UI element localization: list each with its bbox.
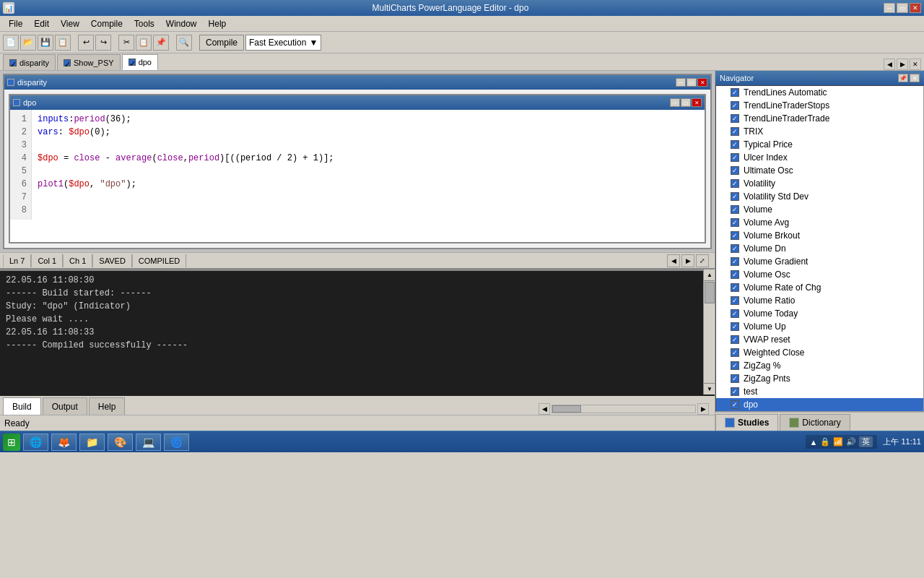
taskbar-app[interactable]: 🌀 — [164, 434, 189, 451]
output-scroll-down[interactable]: ▼ — [704, 383, 715, 394]
dpo-window-icon — [13, 99, 20, 106]
navigator-list[interactable]: ✓ TrendLines Automatic ✓ TrendLineTrader… — [715, 85, 924, 412]
bottom-status-bar: Ready — [0, 415, 715, 431]
menu-file[interactable]: File — [3, 17, 28, 30]
bottom-tab-nav: ◀ ▶ — [126, 403, 712, 415]
nav-item-dpo[interactable]: ✓ dpo — [716, 398, 923, 411]
nav-item-volume-brkout[interactable]: ✓ Volume Brkout — [716, 229, 923, 242]
tab-output[interactable]: Output — [43, 397, 87, 415]
copy-button[interactable]: 📋 — [136, 35, 152, 51]
menu-help[interactable]: Help — [203, 17, 232, 30]
redo-button[interactable]: ↪ — [95, 35, 111, 51]
bottom-nav-right[interactable]: ▶ — [697, 403, 709, 415]
nav-item-zigzag-pnts[interactable]: ✓ ZigZag Pnts — [716, 372, 923, 385]
nav-item-volume[interactable]: ✓ Volume — [716, 203, 923, 216]
nav-item-volume-osc[interactable]: ✓ Volume Osc — [716, 268, 923, 281]
compile-button[interactable]: Compile — [199, 35, 244, 51]
new-button[interactable]: 📄 — [3, 35, 19, 51]
nav-item-volume-up[interactable]: ✓ Volume Up — [716, 320, 923, 333]
nav-item-volume-rate-of-chg[interactable]: ✓ Volume Rate of Chg — [716, 281, 923, 294]
nav-tab-studies[interactable]: Studies — [715, 414, 778, 431]
taskbar-paint[interactable]: 🎨 — [108, 434, 133, 451]
output-scroll-up[interactable]: ▲ — [704, 269, 715, 281]
nav-item-volume-gradient[interactable]: ✓ Volume Gradient — [716, 255, 923, 268]
nav-item-trendlines-auto[interactable]: ✓ TrendLines Automatic — [716, 86, 923, 99]
execution-mode-dropdown[interactable]: Fast Execution ▼ — [245, 35, 321, 51]
menu-edit[interactable]: Edit — [28, 17, 55, 30]
navigator-close[interactable]: ✕ — [910, 74, 920, 82]
status-col: Col 1 — [31, 254, 63, 267]
nav-item-zigzag-percent[interactable]: ✓ ZigZag % — [716, 359, 923, 372]
tab-build[interactable]: Build — [3, 397, 41, 415]
tray-arrow[interactable]: ▲ — [810, 438, 818, 447]
tab-disparity[interactable]: ✓ disparity — [3, 54, 56, 70]
code-content[interactable]: inputs:period(36); vars: $dpo(0); $dpo =… — [32, 110, 705, 220]
nav-item-volatility[interactable]: ✓ Volatility — [716, 177, 923, 190]
start-button[interactable]: ⊞ — [3, 434, 20, 451]
network-icon: 🔒 — [820, 437, 830, 447]
menu-view[interactable]: View — [55, 17, 85, 30]
nav-tab-dictionary[interactable]: Dictionary — [780, 414, 850, 431]
undo-button[interactable]: ↩ — [78, 35, 94, 51]
disparity-minimize[interactable]: ─ — [676, 78, 686, 87]
tab-dpo[interactable]: ✓ dpo — [122, 54, 158, 70]
nav-item-volatility-std-dev[interactable]: ✓ Volatility Std Dev — [716, 190, 923, 203]
status-expand[interactable]: ⤢ — [696, 254, 709, 267]
taskbar-firefox[interactable]: 🦊 — [51, 434, 77, 451]
tab-close[interactable]: ✕ — [910, 59, 921, 70]
dpo-maximize[interactable]: ▭ — [681, 98, 691, 107]
nav-label-volatility: Volatility — [744, 178, 775, 189]
save-button[interactable]: 💾 — [38, 35, 53, 51]
taskbar-ie[interactable]: 🌐 — [23, 434, 48, 451]
taskbar-explorer[interactable]: 📁 — [79, 434, 105, 451]
minimize-button[interactable]: ─ — [884, 3, 895, 13]
nav-label-trendline-trader-trade: TrendLineTraderTrade — [744, 113, 829, 124]
nav-item-volume-today[interactable]: ✓ Volume Today — [716, 307, 923, 320]
nav-item-trendline-trader-stops[interactable]: ✓ TrendLineTraderStops — [716, 99, 923, 112]
firefox-icon: 🦊 — [58, 436, 70, 448]
open-button[interactable]: 📂 — [20, 35, 36, 51]
dpo-minimize[interactable]: ─ — [670, 98, 680, 107]
dpo-close[interactable]: ✕ — [692, 98, 702, 107]
nav-item-volume-dn[interactable]: ✓ Volume Dn — [716, 242, 923, 255]
tab-nav-next[interactable]: ▶ — [897, 59, 908, 70]
nav-label-trix: TRIX — [744, 126, 763, 137]
nav-item-test[interactable]: ✓ test — [716, 385, 923, 398]
tab-nav-prev[interactable]: ◀ — [884, 59, 895, 70]
nav-item-vwap-reset[interactable]: ✓ VWAP reset — [716, 333, 923, 346]
menu-window[interactable]: Window — [160, 17, 203, 30]
nav-item-typical-price[interactable]: ✓ Typical Price — [716, 138, 923, 151]
tab-check-dpo: ✓ — [128, 59, 136, 66]
output-scroll-thumb[interactable] — [705, 282, 715, 303]
find-button[interactable]: 🔍 — [176, 35, 192, 51]
tab-help[interactable]: Help — [89, 397, 126, 415]
nav-item-trendline-trader-trade[interactable]: ✓ TrendLineTraderTrade — [716, 112, 923, 125]
bottom-scroll-track — [552, 405, 696, 413]
bottom-nav-left[interactable]: ◀ — [539, 403, 550, 415]
dpo-window-title: dpo — [23, 98, 36, 107]
nav-item-ulcer-index[interactable]: ✓ Ulcer Index — [716, 151, 923, 164]
nav-item-volume-ratio[interactable]: ✓ Volume Ratio — [716, 294, 923, 307]
nav-item-volume-avg[interactable]: ✓ Volume Avg — [716, 216, 923, 229]
disparity-close[interactable]: ✕ — [697, 78, 707, 87]
navigator-pin[interactable]: 📌 — [898, 74, 908, 82]
nav-item-trix[interactable]: ✓ TRIX — [716, 125, 923, 138]
paste-button[interactable]: 📌 — [153, 35, 169, 51]
disparity-maximize[interactable]: ▭ — [687, 78, 697, 87]
nav-item-weighted-close[interactable]: ✓ Weighted Close — [716, 346, 923, 359]
menu-compile[interactable]: Compile — [85, 17, 128, 30]
maximize-button[interactable]: ▭ — [897, 3, 908, 13]
output-scrollbar: ▲ ▼ — [703, 269, 715, 394]
tab-show-psy[interactable]: ✓ Show_PSY — [57, 54, 121, 70]
nav-item-ultimate-osc[interactable]: ✓ Ultimate Osc — [716, 164, 923, 177]
status-arrow-left[interactable]: ◀ — [667, 254, 680, 267]
menu-tools[interactable]: Tools — [128, 17, 160, 30]
code-editor[interactable]: 1 2 3 4 5 6 7 8 inputs:period(36); vars:… — [10, 110, 705, 220]
status-arrow-right[interactable]: ▶ — [681, 254, 694, 267]
cut-button[interactable]: ✂ — [118, 35, 134, 51]
taskbar-terminal[interactable]: 💻 — [136, 434, 161, 451]
close-button[interactable]: ✕ — [910, 3, 921, 13]
bottom-scroll-thumb[interactable] — [552, 405, 581, 413]
output-scroll-track — [704, 281, 715, 383]
save-all-button[interactable]: 📋 — [55, 35, 71, 51]
